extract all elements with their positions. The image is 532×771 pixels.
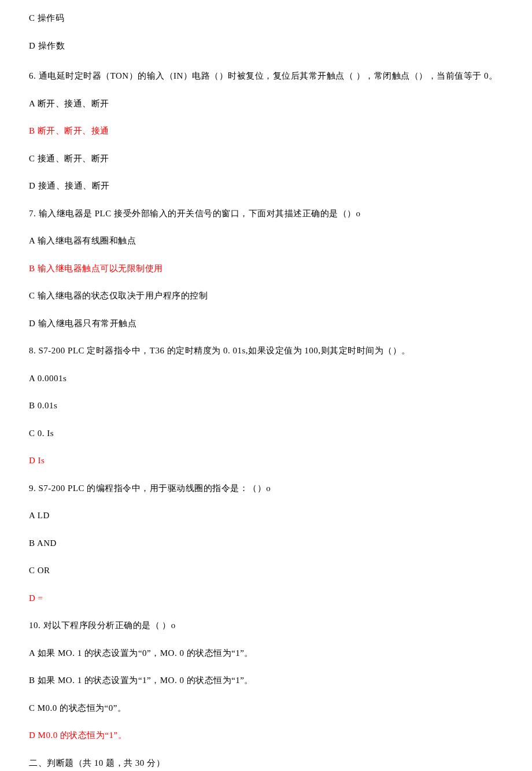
- text-line: C M0.0 的状态恒为“0”。: [29, 702, 503, 715]
- document-body: C 操作码D 操作数6. 通电延时定时器（TON）的输入（IN）电路（）时被复位…: [29, 12, 503, 771]
- text-line: D 接通、接通、断开: [29, 179, 503, 193]
- text-line: 6. 通电延时定时器（TON）的输入（IN）电路（）时被复位，复位后其常开触点（…: [29, 69, 503, 83]
- text-line: A 输入继电器有线圈和触点: [29, 234, 503, 248]
- text-line: C 输入继电器的状态仅取决于用户程序的控制: [29, 289, 503, 303]
- text-line: B 0.01s: [29, 399, 503, 412]
- text-line: 二、判断题（共 10 题，共 30 分）: [29, 757, 503, 770]
- text-line: 9. S7-200 PLC 的编程指令中，用于驱动线圈的指令是：（）o: [29, 482, 503, 495]
- text-line: A 断开、接通、断开: [29, 97, 503, 110]
- text-line: B 输入继电器触点可以无限制使用: [29, 262, 503, 275]
- text-line: B 如果 MO. 1 的状态设置为“1”，MO. 0 的状态恒为“1”。: [29, 674, 503, 687]
- text-line: D 操作数: [29, 39, 503, 53]
- text-line: D 输入继电器只有常开触点: [29, 317, 503, 330]
- text-line: C 操作码: [29, 12, 503, 25]
- text-line: A 如果 MO. 1 的状态设置为“0”，MO. 0 的状态恒为“1”。: [29, 647, 503, 660]
- text-line: D M0.0 的状态恒为“1”。: [29, 729, 503, 742]
- text-line: 10. 对以下程序段分析正确的是（ ）o: [29, 619, 503, 632]
- text-line: D Is: [29, 454, 503, 467]
- text-line: B 断开、断开、接通: [29, 124, 503, 138]
- text-line: A 0.0001s: [29, 372, 503, 385]
- text-line: C 0. Is: [29, 427, 503, 440]
- text-line: C OR: [29, 564, 503, 577]
- text-line: C 接通、断开、断开: [29, 152, 503, 165]
- text-line: B AND: [29, 537, 503, 550]
- text-line: A LD: [29, 509, 503, 522]
- text-line: D =: [29, 592, 503, 605]
- text-line: 8. S7-200 PLC 定时器指令中，T36 的定时精度为 0. 01s,如…: [29, 344, 503, 357]
- text-line: 7. 输入继电器是 PLC 接受外部输入的开关信号的窗口，下面对其描述正确的是（…: [29, 207, 503, 220]
